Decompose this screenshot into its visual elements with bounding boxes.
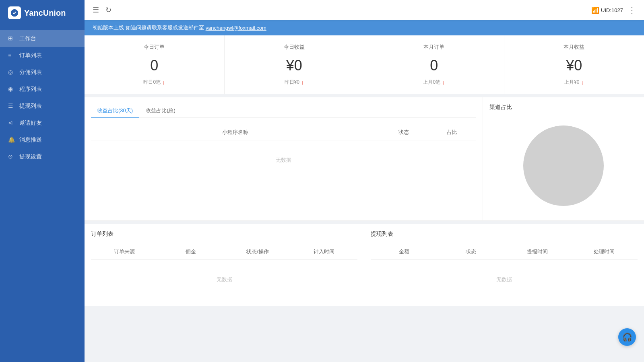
stat-today-orders-value: 0 <box>94 57 215 74</box>
income-chart-panel: 收益占比(30天) 收益占比(总) 小程序名称 状态 占比 无数据 <box>85 97 483 220</box>
withdraw-table-header: 金额 状态 提报时间 处理时间 <box>371 244 638 260</box>
stat-today-income-label: 今日收益 <box>234 43 355 51</box>
sidebar-logo: YancUnion <box>0 0 85 26</box>
withdraw-col-submit-time: 提报时间 <box>504 248 571 255</box>
float-support-button[interactable]: 🎧 <box>618 328 636 346</box>
withdraw-list-panel: 提现列表 金额 状态 提报时间 处理时间 无数据 <box>364 224 644 306</box>
trend-down-icon-0: ↓ <box>162 79 165 86</box>
chart-tabs: 收益占比(30天) 收益占比(总) <box>91 104 476 118</box>
order-col-status: 状态/操作 <box>224 248 291 255</box>
stat-month-orders: 本月订单 0 上月0笔 ↓ <box>364 35 504 94</box>
main-area: ☰ ↻ 📶 UID:1027 ⋮ 初始版本上线 如遇问题请联系客服或发送邮件至 … <box>85 0 644 362</box>
trend-down-icon-3: ↓ <box>581 79 584 86</box>
stat-today-orders-compare: 昨日0笔 ↓ <box>94 79 215 86</box>
sidebar-item-split-list[interactable]: ◎ 分佣列表 <box>0 64 85 81</box>
sidebar-item-order-list[interactable]: ≡ 订单列表 <box>0 47 85 64</box>
order-list-panel: 订单列表 订单来源 佣金 状态/操作 计入时间 无数据 <box>85 224 364 306</box>
logo-text: YancUnion <box>24 8 66 18</box>
sidebar-label-invite-friends: 邀请好友 <box>19 119 42 127</box>
trend-down-icon-2: ↓ <box>442 79 445 86</box>
withdraw-icon: ☰ <box>8 103 15 110</box>
order-col-commission: 佣金 <box>158 248 225 255</box>
withdraw-col-process-time: 处理时间 <box>571 248 638 255</box>
topbar: ☰ ↻ 📶 UID:1027 ⋮ <box>85 0 644 20</box>
trend-down-icon-1: ↓ <box>301 79 304 86</box>
app-icon: ◉ <box>8 86 15 93</box>
banner-email[interactable]: yanchengwl@foxmail.com <box>206 25 266 31</box>
order-no-data: 无数据 <box>91 260 357 299</box>
announcement-banner: 初始版本上线 如遇问题请联系客服或发送邮件至 yanchengwl@foxmai… <box>85 20 644 35</box>
col-program-name: 小程序名称 <box>91 129 380 136</box>
banner-text: 初始版本上线 如遇问题请联系客服或发送邮件至 <box>93 24 204 31</box>
topbar-right: 📶 UID:1027 ⋮ <box>591 5 636 15</box>
wifi-icon: 📶 <box>591 6 599 14</box>
sidebar-label-program-list: 程序列表 <box>19 86 42 93</box>
sidebar-item-workbench[interactable]: ⊞ 工作台 <box>0 30 85 47</box>
topbar-left: ☰ ↻ <box>93 6 111 14</box>
sidebar-label-withdraw-list: 提现列表 <box>19 103 42 110</box>
income-table-header: 小程序名称 状态 占比 <box>91 125 476 140</box>
sidebar-item-message-push[interactable]: 🔔 消息推送 <box>0 132 85 148</box>
stat-month-income-value: ¥0 <box>514 57 635 74</box>
col-status: 状态 <box>380 129 428 136</box>
grid-icon: ⊞ <box>8 35 15 42</box>
stats-row: 今日订单 0 昨日0笔 ↓ 今日收益 ¥0 昨日¥0 ↓ 本月订单 0 上 <box>85 35 644 94</box>
income-no-data: 无数据 <box>91 140 476 180</box>
refresh-icon[interactable]: ↻ <box>105 6 111 14</box>
order-table-header: 订单来源 佣金 状态/操作 计入时间 <box>91 244 357 260</box>
withdraw-col-status: 状态 <box>438 248 504 255</box>
headset-icon: 🎧 <box>622 332 632 342</box>
bottom-section: 订单列表 订单来源 佣金 状态/操作 计入时间 无数据 提现列表 金额 状态 提… <box>85 224 644 306</box>
logo-icon <box>8 6 21 19</box>
channel-chart-title: 渠道占比 <box>489 104 512 111</box>
split-icon: ◎ <box>8 69 15 76</box>
stat-today-orders: 今日订单 0 昨日0笔 ↓ <box>85 35 225 94</box>
sidebar-label-workbench: 工作台 <box>19 35 36 42</box>
stat-today-income-compare: 昨日¥0 ↓ <box>234 79 355 86</box>
stat-month-income-label: 本月收益 <box>514 43 635 51</box>
uid-badge: 📶 UID:1027 <box>591 6 623 14</box>
stat-month-income: 本月收益 ¥0 上月¥0 ↓ <box>504 35 644 94</box>
stat-today-income-value: ¥0 <box>234 57 355 74</box>
stat-month-income-compare: 上月¥0 ↓ <box>514 79 635 86</box>
channel-chart-panel: 渠道占比 <box>483 97 644 220</box>
sidebar-item-withdraw-settings[interactable]: ⊙ 提现设置 <box>0 148 85 165</box>
sidebar-item-withdraw-list[interactable]: ☰ 提现列表 <box>0 98 85 115</box>
uid-text: UID:1027 <box>601 7 623 13</box>
share-icon: ⊲ <box>8 119 15 127</box>
withdraw-col-amount: 金额 <box>371 248 438 255</box>
sidebar-label-order-list: 订单列表 <box>19 52 42 59</box>
order-col-time: 计入时间 <box>291 248 358 255</box>
withdraw-no-data: 无数据 <box>371 260 638 299</box>
sidebar-label-split-list: 分佣列表 <box>19 69 42 76</box>
order-list-title: 订单列表 <box>91 230 357 238</box>
tab-total[interactable]: 收益占比(总) <box>139 104 182 118</box>
sidebar-item-invite-friends[interactable]: ⊲ 邀请好友 <box>0 115 85 132</box>
bell-icon: 🔔 <box>8 136 15 144</box>
mid-section: 收益占比(30天) 收益占比(总) 小程序名称 状态 占比 无数据 渠道占比 <box>85 97 644 221</box>
more-menu-icon[interactable]: ⋮ <box>628 5 636 15</box>
stat-today-orders-label: 今日订单 <box>94 43 215 51</box>
sidebar-nav: ⊞ 工作台 ≡ 订单列表 ◎ 分佣列表 ◉ 程序列表 ☰ 提现列表 ⊲ 邀请好友… <box>0 26 85 362</box>
order-col-source: 订单来源 <box>91 248 158 255</box>
tab-30days[interactable]: 收益占比(30天) <box>91 104 139 118</box>
sidebar: YancUnion ⊞ 工作台 ≡ 订单列表 ◎ 分佣列表 ◉ 程序列表 ☰ 提… <box>0 0 85 362</box>
stat-month-orders-label: 本月订单 <box>374 43 494 51</box>
stat-today-income: 今日收益 ¥0 昨日¥0 ↓ <box>225 35 365 94</box>
channel-pie-chart <box>523 125 604 206</box>
settings-icon: ⊙ <box>8 153 15 160</box>
menu-toggle-icon[interactable]: ☰ <box>93 6 99 14</box>
stat-month-orders-compare: 上月0笔 ↓ <box>374 79 494 86</box>
list-icon: ≡ <box>8 52 15 59</box>
sidebar-label-withdraw-settings: 提现设置 <box>19 153 42 160</box>
sidebar-label-message-push: 消息推送 <box>19 136 42 144</box>
content-area: 初始版本上线 如遇问题请联系客服或发送邮件至 yanchengwl@foxmai… <box>85 20 644 362</box>
sidebar-item-program-list[interactable]: ◉ 程序列表 <box>0 81 85 98</box>
stat-month-orders-value: 0 <box>374 57 494 74</box>
col-ratio: 占比 <box>428 129 476 136</box>
withdraw-list-title: 提现列表 <box>371 230 638 238</box>
